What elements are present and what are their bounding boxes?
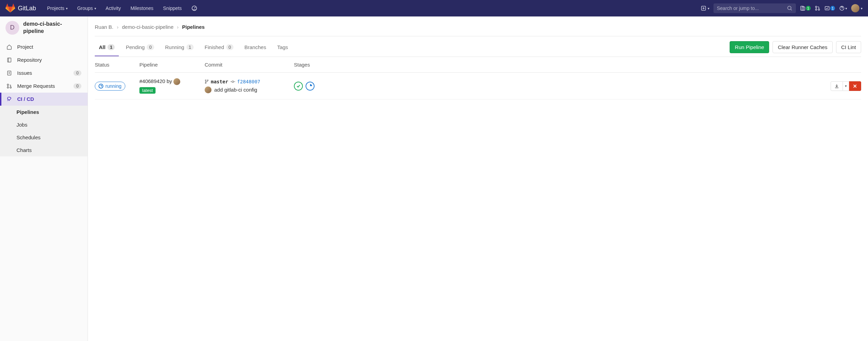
- artifacts-dropdown[interactable]: ▾: [843, 81, 849, 91]
- issues-badge: 1: [806, 6, 811, 11]
- breadcrumb-project[interactable]: demo-ci-basic-pipeline: [122, 24, 173, 30]
- header-status: Status: [95, 62, 139, 68]
- branch-name[interactable]: master: [211, 79, 228, 84]
- commit-sha[interactable]: f2848007: [237, 79, 260, 84]
- sidebar-item-issues[interactable]: Issues 0: [0, 67, 88, 80]
- svg-point-16: [205, 82, 206, 83]
- pipeline-tabs: All1 Pending0 Running1 Finished0 Branche…: [95, 39, 292, 56]
- row-actions: ▾: [816, 81, 861, 91]
- issues-count: 0: [73, 70, 81, 76]
- stage-success-icon[interactable]: [294, 82, 303, 91]
- breadcrumb-user[interactable]: Ruan B.: [95, 24, 113, 30]
- svg-point-15: [205, 80, 206, 81]
- sidebar-sub-charts[interactable]: Charts: [0, 144, 88, 156]
- todos-icon[interactable]: 1: [824, 5, 835, 11]
- running-icon: [99, 84, 103, 89]
- nav-milestones[interactable]: Milestones: [126, 3, 158, 14]
- issues-icon[interactable]: 1: [800, 5, 811, 11]
- download-icon: [834, 84, 839, 89]
- project-header[interactable]: D demo-ci-basic-pipeline: [0, 16, 88, 39]
- sidebar-sub-jobs[interactable]: Jobs: [0, 118, 88, 131]
- tab-pending[interactable]: Pending0: [122, 39, 158, 56]
- run-pipeline-button[interactable]: Run Pipeline: [730, 41, 769, 53]
- clear-caches-button[interactable]: Clear Runner Caches: [773, 41, 832, 53]
- commit-message-row: add gitlab-ci config: [205, 86, 294, 93]
- merge-request-icon: [6, 83, 12, 89]
- chevron-down-icon: ▾: [861, 7, 863, 10]
- chevron-down-icon: ▾: [845, 7, 847, 10]
- project-avatar: D: [5, 21, 19, 35]
- nav-projects[interactable]: Projects▾: [43, 3, 72, 14]
- navbar-left: GitLab Projects▾ Groups▾ Activity Milest…: [5, 2, 202, 14]
- commit-author-avatar[interactable]: [205, 86, 212, 93]
- user-menu[interactable]: ▾: [851, 4, 863, 12]
- plus-dropdown[interactable]: ▾: [701, 5, 709, 11]
- svg-point-7: [818, 9, 820, 10]
- pipeline-actions: Run Pipeline Clear Runner Caches CI Lint: [730, 38, 861, 57]
- tab-tags[interactable]: Tags: [273, 39, 292, 56]
- svg-rect-11: [8, 71, 11, 75]
- gitlab-logo[interactable]: GitLab: [5, 3, 36, 13]
- sidebar-item-cicd[interactable]: CI / CD: [0, 93, 88, 106]
- sidebar-label: CI / CD: [17, 96, 34, 102]
- cicd-submenu: Pipelines Jobs Schedules Charts: [0, 106, 88, 156]
- pipeline-id: #40689420 by: [139, 78, 205, 85]
- cancel-pipeline-button[interactable]: [849, 81, 861, 91]
- svg-point-6: [815, 9, 817, 10]
- brand-text: GitLab: [18, 5, 36, 12]
- project-name: demo-ci-basic-pipeline: [23, 21, 82, 35]
- sidebar-item-project[interactable]: Project: [0, 40, 88, 54]
- nav-snippets[interactable]: Snippets: [159, 3, 186, 14]
- gitlab-icon: [5, 3, 15, 13]
- tab-running[interactable]: Running1: [161, 39, 198, 56]
- merge-requests-icon[interactable]: [815, 5, 820, 11]
- status-badge-running[interactable]: running: [95, 82, 125, 91]
- tab-finished[interactable]: Finished0: [201, 39, 238, 56]
- sidebar-nav: Project Repository Issues 0 Merge Reques…: [0, 39, 88, 158]
- pipeline-id-link[interactable]: #40689420: [139, 78, 165, 84]
- tab-all[interactable]: All1: [95, 39, 119, 56]
- nav-groups[interactable]: Groups▾: [73, 3, 100, 14]
- search-input[interactable]: [717, 5, 787, 11]
- sidebar-item-merge-requests[interactable]: Merge Requests 0: [0, 80, 88, 93]
- tab-branches[interactable]: Branches: [240, 39, 270, 56]
- svg-point-17: [207, 80, 208, 81]
- sidebar-label: Merge Requests: [17, 83, 55, 89]
- stage-running-icon[interactable]: [306, 82, 315, 91]
- svg-point-14: [10, 87, 11, 88]
- header-pipeline: Pipeline: [139, 62, 205, 68]
- chevron-right-icon: ›: [117, 24, 118, 30]
- chevron-down-icon: ▾: [66, 7, 68, 10]
- todos-badge: 1: [830, 6, 835, 11]
- commit-message: add gitlab-ci config: [214, 87, 257, 93]
- svg-point-2: [788, 6, 791, 10]
- chevron-down-icon: ▾: [845, 84, 847, 88]
- nav-activity[interactable]: Activity: [102, 3, 125, 14]
- sidebar-label: Issues: [17, 70, 32, 76]
- search-icon: [787, 5, 792, 11]
- repository-icon: [6, 57, 12, 63]
- author-avatar[interactable]: [173, 78, 180, 85]
- sidebar-sub-schedules[interactable]: Schedules: [0, 131, 88, 144]
- top-navbar: GitLab Projects▾ Groups▾ Activity Milest…: [0, 0, 868, 16]
- search-box[interactable]: [713, 3, 796, 13]
- home-icon: [6, 44, 12, 50]
- navbar-right: ▾ 1 1 ▾ ▾: [701, 3, 863, 13]
- latest-label: latest: [139, 87, 156, 94]
- nav-dashboard-icon[interactable]: [187, 2, 202, 14]
- sidebar: D demo-ci-basic-pipeline Project Reposit…: [0, 16, 88, 341]
- pipeline-table: Status Pipeline Commit Stages running #4…: [95, 57, 861, 99]
- download-artifacts-button[interactable]: [831, 81, 843, 91]
- ci-lint-button[interactable]: CI Lint: [836, 41, 861, 53]
- rocket-icon: [6, 96, 12, 102]
- svg-point-12: [7, 84, 9, 85]
- stages: [294, 82, 816, 91]
- sidebar-item-repository[interactable]: Repository: [0, 54, 88, 67]
- main-content: Ruan B. › demo-ci-basic-pipeline › Pipel…: [88, 16, 868, 341]
- help-icon[interactable]: ▾: [839, 5, 847, 11]
- svg-rect-10: [8, 58, 11, 62]
- sidebar-sub-pipelines[interactable]: Pipelines: [0, 106, 88, 118]
- breadcrumb-current: Pipelines: [182, 24, 205, 30]
- commit-icon: [230, 80, 235, 83]
- tabs-row: All1 Pending0 Running1 Finished0 Branche…: [95, 38, 861, 57]
